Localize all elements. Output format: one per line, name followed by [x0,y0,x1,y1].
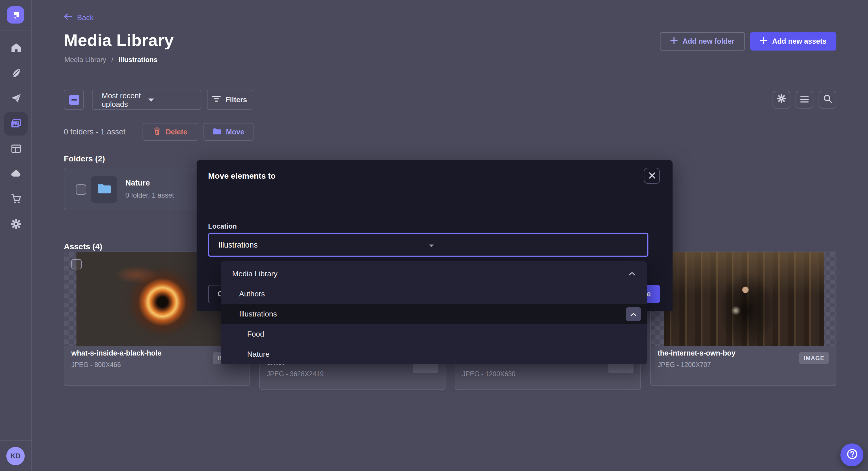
back-label: Back [77,13,94,22]
search-icon [823,94,832,105]
asset-checkbox[interactable] [71,259,82,269]
help-icon [846,448,858,462]
asset-card[interactable]: the-internet-s-own-boy JPEG - 1200X707 I… [650,251,836,386]
folders-heading: Folders (2) [64,154,105,163]
sidebar-item-deploy[interactable] [0,162,32,185]
folder-icon [97,183,111,196]
sidebar-item-content-type-builder[interactable] [0,137,32,160]
location-value: Illustrations [218,240,429,249]
breadcrumb-separator: / [111,56,113,64]
folder-checkbox[interactable] [76,184,86,195]
delete-button[interactable]: Delete [143,123,198,141]
plus-icon [671,37,678,46]
feather-icon [10,67,22,79]
dropdown-option-media-library[interactable]: Media Library [221,264,647,284]
back-link[interactable]: Back [64,13,94,22]
asset-thumbnail [651,252,836,346]
add-new-folder-button[interactable]: Add new folder [660,32,745,51]
library-photo-image [664,252,824,346]
modal-title: Move elements to [208,171,276,180]
asset-meta: JPEG - 800X466 [71,361,121,368]
dropdown-option-authors[interactable]: Authors [221,284,647,304]
sidebar-item-settings[interactable] [0,212,32,236]
asset-meta: JPEG - 1200X707 [658,361,711,368]
home-icon [10,42,22,54]
settings-icon [777,94,786,106]
asset-type-badge: IMAGE [799,352,829,364]
cart-icon [10,193,22,204]
dropdown-option-food[interactable]: Food [221,324,647,344]
dropdown-option-nature[interactable]: Nature [221,344,647,364]
close-modal-button[interactable] [644,168,660,184]
sidebar-item-home[interactable] [0,36,32,59]
media-library-app: KD Back Media Library Media Library / Il… [0,0,868,471]
breadcrumb: Media Library / Illustrations [64,56,157,64]
strapi-logo-icon[interactable] [7,6,24,24]
cloud-icon [10,167,22,179]
layout-icon [10,143,22,155]
asset-title: the-internet-s-own-boy [658,349,736,357]
sidebar: KD [0,0,32,471]
back-arrow-icon [64,13,72,22]
chevron-up-icon[interactable] [629,272,635,276]
caret-down-icon [429,240,639,249]
location-label: Location [208,222,237,230]
modal-header: Move elements to [196,160,673,191]
paper-plane-icon [10,93,22,104]
sidebar-item-marketplace[interactable] [0,187,32,210]
move-button[interactable]: Move [204,123,253,141]
asset-title: what-s-inside-a-black-hole [71,349,161,357]
folder-title: Nature [125,179,150,187]
folder-subtitle: 0 folder, 1 asset [125,191,174,199]
caret-down-icon [148,95,194,104]
filter-icon [212,95,221,104]
breadcrumb-current: Illustrations [118,56,157,64]
sidebar-item-releases[interactable] [0,87,32,110]
asset-meta: JPEG - 3628X2419 [267,370,323,377]
help-button[interactable] [840,443,863,466]
select-all-checkbox[interactable] [64,90,84,110]
asset-meta: JPEG - 1200X630 [462,370,515,377]
indeterminate-checkbox-icon [69,95,79,105]
sort-value: Most recent uploads [102,91,148,108]
media-library-icon [10,117,22,130]
location-combobox[interactable]: Illustrations [208,233,648,257]
list-view-icon [800,95,809,105]
list-view-button[interactable] [796,91,813,108]
selection-count: 0 folders - 1 asset [64,128,126,136]
page-title: Media Library [64,31,174,50]
location-dropdown: Media Library Authors Illustrations Food… [221,261,647,364]
breadcrumb-parent[interactable]: Media Library [64,56,106,64]
search-button[interactable] [818,91,836,108]
sort-select[interactable]: Most recent uploads [92,90,201,110]
filters-button[interactable]: Filters [207,90,252,110]
sidebar-item-content[interactable] [0,62,32,85]
logo-section [0,0,32,30]
settings-button[interactable] [773,91,790,108]
sidebar-item-media-library[interactable] [0,112,32,135]
folder-icon [213,127,221,136]
avatar[interactable]: KD [6,447,25,465]
folder-thumbnail [91,176,117,203]
chevron-up-icon [630,310,636,318]
gear-icon [10,218,22,230]
collapse-children-button[interactable] [626,307,641,321]
assets-heading: Assets (4) [64,242,102,251]
close-icon [649,171,655,181]
plus-icon [760,37,768,46]
sidebar-footer: KD [0,440,32,471]
add-new-assets-button[interactable]: Add new assets [750,32,836,51]
trash-icon [153,127,161,137]
dropdown-option-illustrations[interactable]: Illustrations [221,304,647,324]
